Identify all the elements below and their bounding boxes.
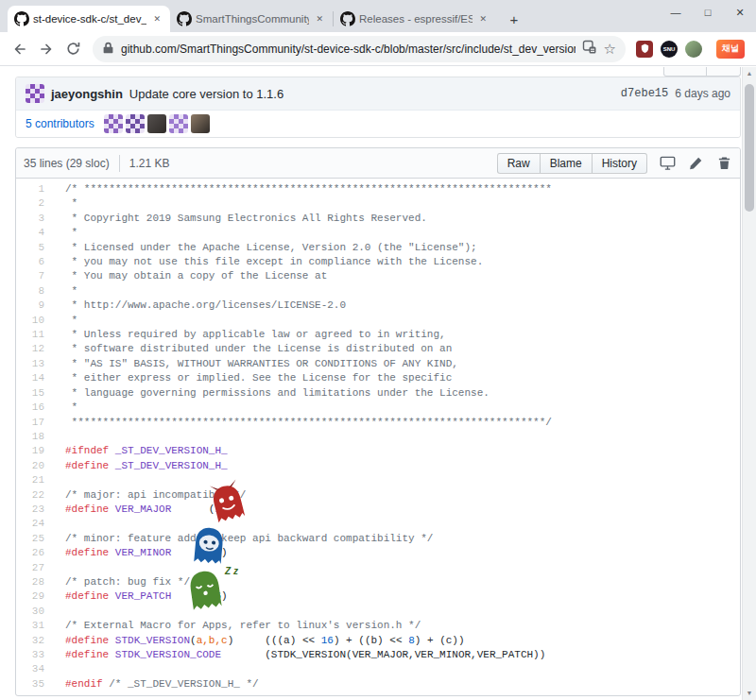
window-controls: — □ ✕ [660, 0, 756, 25]
line-number[interactable]: 23 [16, 503, 54, 517]
line-number[interactable]: 2 [16, 196, 54, 211]
new-tab-button[interactable]: + [502, 7, 526, 31]
contributor-avatar[interactable] [104, 114, 123, 133]
file-actions: Raw Blame History [497, 153, 732, 174]
scroll-down-icon[interactable]: ▼ [743, 687, 756, 700]
line-number[interactable]: 11 [16, 328, 54, 342]
edit-pencil-icon[interactable] [687, 155, 704, 172]
line-number[interactable]: 16 [16, 401, 54, 415]
delete-trash-icon[interactable] [715, 155, 732, 172]
address-bar[interactable]: github.com/SmartThingsCommunity/st-devic… [93, 36, 626, 62]
line-number[interactable]: 31 [16, 619, 54, 633]
snu-extension-icon[interactable]: SNU [661, 41, 678, 58]
scrollbar-thumb[interactable] [745, 84, 754, 212]
close-button[interactable]: ✕ [724, 0, 756, 25]
scroll-up-icon[interactable]: ▲ [743, 67, 756, 80]
line-number[interactable]: 26 [16, 546, 54, 560]
tab-title: st-device-sdk-c/st_dev_version.h [33, 13, 146, 25]
tab-esp8266-releases[interactable]: Releases - espressif/ESP8266_RT ✕ [334, 6, 496, 32]
line-number[interactable]: 8 [16, 284, 54, 299]
code-row: 32#define STDK_VERSION(a,b,c) (((a) << 1… [16, 634, 740, 648]
page-scrollbar[interactable]: ▲ ▼ [742, 67, 756, 700]
tab-divider [333, 11, 334, 26]
blame-button[interactable]: Blame [540, 153, 593, 174]
back-icon[interactable] [8, 37, 32, 61]
open-in-desktop-icon[interactable] [659, 155, 676, 172]
line-number[interactable]: 14 [16, 371, 54, 385]
profile-avatar[interactable] [685, 41, 702, 58]
contributor-avatar[interactable] [147, 114, 166, 133]
code-line: #define _ST_DEV_VERSION_H_ [54, 459, 740, 473]
line-number[interactable]: 13 [16, 357, 54, 371]
line-number[interactable]: 35 [16, 677, 54, 691]
code-line: * [54, 314, 740, 328]
line-number[interactable]: 19 [16, 444, 54, 458]
contributor-avatar[interactable] [191, 114, 210, 133]
line-number[interactable]: 27 [16, 561, 54, 575]
commit-avatar[interactable] [26, 84, 44, 103]
code-line: /* major: api incompatible */ [54, 488, 740, 503]
contributors-link[interactable]: 5 contributors [26, 117, 94, 130]
line-number[interactable]: 21 [16, 473, 54, 487]
code-row: 24 [16, 517, 740, 531]
line-number[interactable]: 15 [16, 386, 54, 401]
line-number[interactable]: 9 [16, 299, 54, 313]
line-number[interactable]: 10 [16, 314, 54, 328]
maximize-button[interactable]: □ [692, 0, 724, 25]
bookmark-star-icon[interactable]: ☆ [604, 42, 616, 56]
code-line [54, 517, 740, 531]
line-number[interactable]: 7 [16, 269, 54, 283]
history-button[interactable]: History [592, 153, 647, 174]
line-number[interactable]: 17 [16, 416, 54, 430]
commit-message[interactable]: Update core version to 1.1.6 [129, 87, 284, 101]
code-line: /* minor: feature added. keep api backwa… [54, 532, 740, 546]
line-number[interactable]: 28 [16, 575, 54, 589]
contributor-avatar[interactable] [169, 114, 188, 133]
raw-button[interactable]: Raw [497, 153, 541, 174]
line-number[interactable]: 12 [16, 342, 54, 356]
translate-icon[interactable] [582, 40, 597, 59]
line-number[interactable]: 18 [16, 430, 54, 444]
line-number[interactable]: 25 [16, 532, 54, 546]
line-number[interactable]: 22 [16, 488, 54, 503]
code-row: 20#define _ST_DEV_VERSION_H_ [16, 459, 740, 473]
line-number[interactable]: 33 [16, 648, 54, 662]
code-row: 25/* minor: feature added. keep api back… [16, 532, 740, 546]
line-number[interactable]: 34 [16, 662, 54, 676]
code-row: 1/* ************************************… [16, 182, 740, 196]
adguard-extension-icon[interactable] [636, 41, 653, 58]
reload-icon[interactable] [60, 37, 85, 61]
channel-talk-badge[interactable]: 채널 [716, 40, 745, 59]
line-number[interactable]: 5 [16, 241, 54, 255]
code-line: * You may obtain a copy of the License a… [54, 269, 740, 283]
line-number[interactable]: 30 [16, 605, 54, 619]
line-number[interactable]: 29 [16, 589, 54, 604]
tab-smartthings-repo[interactable]: SmartThingsCommunity/st-dev ✕ [170, 6, 333, 32]
tab-close-icon[interactable]: ✕ [313, 12, 326, 26]
github-favicon [177, 11, 192, 26]
lock-icon[interactable] [102, 41, 114, 58]
forward-icon[interactable] [34, 37, 59, 61]
line-number[interactable]: 32 [16, 634, 54, 648]
line-number[interactable]: 3 [16, 212, 54, 226]
code-line: * [54, 226, 740, 240]
minimize-button[interactable]: — [660, 0, 692, 25]
browser-toolbar: github.com/SmartThingsCommunity/st-devic… [0, 32, 756, 66]
line-number[interactable]: 20 [16, 459, 54, 473]
tab-close-icon[interactable]: ✕ [150, 12, 163, 26]
line-number[interactable]: 1 [16, 182, 54, 196]
line-number[interactable]: 6 [16, 255, 54, 269]
line-number[interactable]: 24 [16, 517, 54, 531]
url-text[interactable]: github.com/SmartThingsCommunity/st-devic… [121, 43, 576, 56]
commit-hash[interactable]: d7ebe15 [621, 87, 668, 100]
code-line: * http://www.apache.org/licenses/LICENSE… [54, 299, 740, 313]
commit-date: 6 days ago [675, 87, 730, 100]
commit-author[interactable]: jaeyongshin [51, 87, 123, 101]
code-lines: 1/* ************************************… [16, 182, 740, 691]
line-number[interactable]: 4 [16, 226, 54, 240]
code-row: 26#define VER_MINOR (1) [16, 546, 740, 560]
contributor-avatar[interactable] [126, 114, 145, 133]
tab-st-dev-version[interactable]: st-device-sdk-c/st_dev_version.h ✕ [8, 6, 170, 32]
tab-close-icon[interactable]: ✕ [476, 12, 490, 26]
code-row: 13 * "AS IS" BASIS, WITHOUT WARRANTIES O… [16, 357, 740, 371]
